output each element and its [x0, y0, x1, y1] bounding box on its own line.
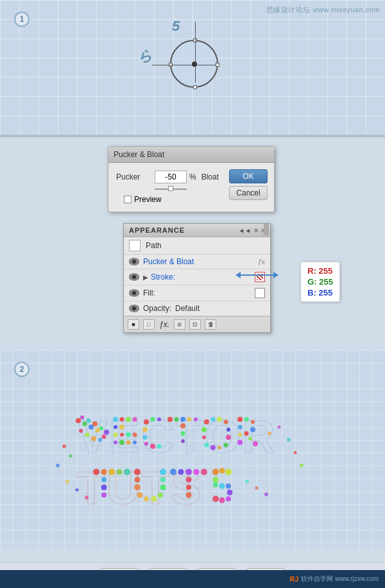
add-effect-button[interactable]: ■ — [128, 319, 139, 330]
ok-button[interactable]: OK — [229, 169, 268, 183]
svg-point-61 — [237, 440, 243, 445]
svg-point-81 — [151, 496, 157, 502]
svg-point-40 — [180, 417, 185, 422]
scroll-indicator — [264, 224, 269, 235]
delete-button[interactable]: 🗑 — [205, 319, 216, 330]
circle-shape — [170, 40, 218, 88]
appearance-panel[interactable]: APPEARANCE ◄◄ ✕ ≡ Path Pucker & Bloat ƒx… — [123, 223, 271, 333]
svg-point-92 — [186, 485, 191, 490]
eye-icon-4[interactable] — [129, 305, 139, 312]
stroke-fill-button[interactable]: □ — [143, 319, 155, 330]
pucker-bloat-dialog[interactable]: Pucker & Bloat Pucker % Bloat Preview OK… — [108, 146, 275, 212]
eye-pupil-3 — [132, 291, 136, 295]
svg-point-83 — [160, 485, 166, 491]
svg-point-26 — [114, 441, 117, 444]
svg-point-95 — [219, 468, 225, 474]
fill-swatch[interactable] — [255, 288, 265, 298]
svg-point-117 — [255, 487, 259, 490]
pucker-label: Pucker — [116, 172, 155, 181]
handle-bottom — [193, 85, 197, 89]
svg-point-67 — [253, 441, 258, 446]
svg-point-79 — [137, 492, 143, 498]
svg-point-11 — [102, 435, 107, 439]
svg-point-24 — [126, 432, 131, 437]
symbol-top: 5 — [172, 18, 180, 35]
pb-slider-thumb[interactable] — [168, 186, 173, 191]
path-thumbnail — [129, 240, 141, 251]
brand-logo: RJ — [289, 575, 298, 583]
preview-checkbox[interactable] — [124, 196, 132, 203]
svg-point-110 — [287, 438, 291, 442]
svg-point-55 — [205, 443, 209, 448]
appearance-row-pucker[interactable]: Pucker & Bloat ƒx — [124, 255, 270, 269]
svg-point-104 — [212, 496, 219, 502]
svg-point-14 — [85, 433, 90, 437]
svg-point-15 — [79, 429, 83, 433]
bloat-label: Bloat — [201, 172, 219, 181]
pb-buttons: OK Cancel — [229, 169, 268, 200]
preview-label: Preview — [134, 195, 162, 204]
clear-button[interactable]: ⊘ — [174, 319, 185, 330]
pucker-bloat-row-label: Pucker & Bloat — [143, 257, 265, 266]
svg-point-12 — [98, 438, 102, 442]
pb-slider[interactable] — [155, 189, 187, 190]
eye-pupil-4 — [132, 307, 136, 310]
svg-point-27 — [119, 440, 124, 445]
svg-point-21 — [119, 424, 124, 430]
eye-pupil-1 — [132, 260, 136, 264]
svg-point-17 — [120, 417, 124, 422]
svg-point-75 — [101, 492, 107, 498]
svg-point-105 — [62, 444, 66, 448]
duplicate-button[interactable]: ⊡ — [189, 319, 201, 330]
eye-icon-1[interactable] — [129, 258, 139, 265]
fx-button[interactable]: ƒx. — [158, 319, 170, 330]
svg-point-112 — [300, 464, 304, 467]
svg-point-93 — [186, 492, 192, 498]
svg-point-10 — [104, 430, 109, 435]
eye-icon-3[interactable] — [129, 289, 139, 297]
svg-point-116 — [245, 480, 249, 483]
svg-point-36 — [150, 444, 155, 449]
svg-point-80 — [144, 496, 149, 501]
svg-point-85 — [160, 469, 166, 475]
svg-point-44 — [181, 432, 185, 436]
stroke-swatch[interactable] — [255, 272, 265, 282]
svg-point-82 — [158, 492, 163, 498]
svg-point-22 — [114, 433, 118, 437]
fx-icon-1[interactable]: ƒx — [257, 258, 265, 265]
svg-point-37 — [157, 444, 162, 449]
svg-point-9 — [99, 426, 103, 430]
collapse-button[interactable]: ◄◄ — [238, 227, 251, 234]
svg-point-32 — [157, 417, 161, 421]
svg-point-46 — [204, 419, 209, 424]
svg-point-49 — [224, 420, 228, 424]
appearance-row-fill[interactable]: Fill: — [124, 285, 270, 301]
cancel-button[interactable]: Cancel — [229, 186, 268, 200]
svg-point-6 — [80, 416, 84, 419]
watermark: 思缘设计论坛 www.missyuan.com — [266, 5, 380, 15]
svg-point-118 — [264, 492, 268, 496]
svg-point-60 — [238, 433, 242, 437]
svg-point-103 — [219, 498, 225, 503]
svg-point-111 — [294, 451, 297, 455]
path-row: Path — [124, 237, 270, 255]
pucker-value-input[interactable] — [155, 171, 187, 183]
appearance-row-stroke[interactable]: ▶ Stroke: — [124, 269, 270, 285]
svg-point-68 — [93, 469, 99, 475]
svg-point-28 — [126, 441, 131, 445]
svg-point-100 — [226, 483, 231, 489]
svg-point-34 — [143, 435, 148, 440]
svg-point-88 — [185, 469, 192, 475]
svg-point-19 — [133, 417, 137, 422]
close-icon[interactable]: ✕ — [253, 227, 259, 234]
svg-point-97 — [213, 477, 219, 483]
svg-point-84 — [160, 477, 166, 482]
eye-icon-2[interactable] — [129, 273, 139, 281]
stroke-expand-arrow[interactable]: ▶ — [143, 274, 148, 281]
svg-point-47 — [211, 417, 216, 422]
svg-point-45 — [181, 439, 185, 443]
svg-point-18 — [126, 417, 131, 422]
svg-point-57 — [201, 427, 207, 432]
svg-point-99 — [219, 483, 225, 489]
svg-point-106 — [69, 455, 73, 458]
